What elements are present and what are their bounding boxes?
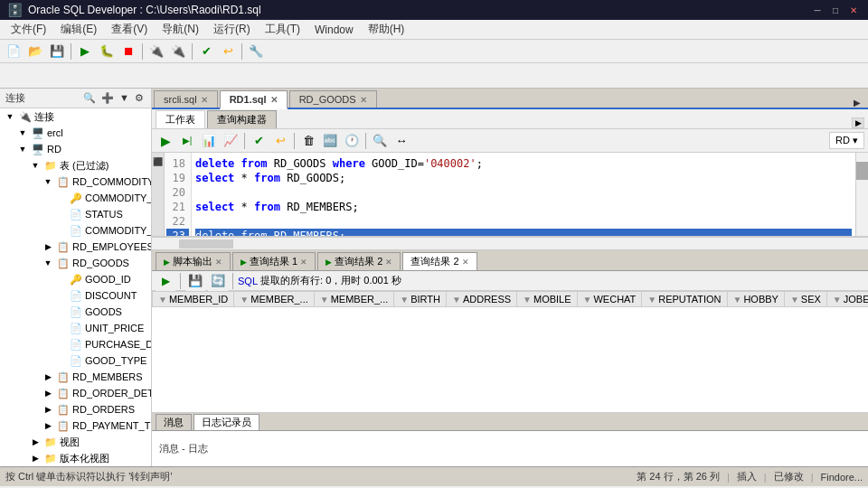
menu-item-edit[interactable]: 编辑(E) xyxy=(53,20,104,39)
menu-item-run[interactable]: 运行(R) xyxy=(206,20,258,39)
find-replace-btn[interactable]: ↔ xyxy=(392,131,411,151)
col-reputation[interactable]: ▼REPUTATION xyxy=(642,292,727,307)
tree-item-commodity_type_id[interactable]: 🔑COMMODITY_TYPE_ID xyxy=(0,190,151,206)
tree-expander-views[interactable]: ▶ xyxy=(29,436,42,448)
col-birth[interactable]: ▼BIRTH xyxy=(394,292,447,307)
tree-item-conn[interactable]: ▼🔌连接 xyxy=(0,108,151,125)
search-connections-icon[interactable]: 🔍 xyxy=(81,91,98,105)
tree-item-rd_commodity_types[interactable]: ▼📋RD_COMMODITY_TYPES xyxy=(0,174,151,190)
tree-item-rd_order_detailss[interactable]: ▶📋RD_ORDER_DETAILSS xyxy=(0,385,151,401)
tabs-scroll-btn[interactable]: ▶ xyxy=(848,98,866,108)
tree-expander-good_type[interactable] xyxy=(54,354,67,367)
tab-close-srcli_sql[interactable]: ✕ xyxy=(201,95,208,105)
col-hobby[interactable]: ▼HOBBY xyxy=(727,292,784,307)
menu-item-file[interactable]: 文件(F) xyxy=(4,20,53,39)
tree-item-views[interactable]: ▶📁视图 xyxy=(0,434,151,450)
col-member____[interactable]: ▼MEMBER_... xyxy=(234,292,314,307)
find-btn[interactable]: 🔍 xyxy=(370,131,390,151)
rollback-button[interactable]: ↩ xyxy=(218,42,238,61)
tree-expander-conn[interactable]: ▼ xyxy=(4,110,16,123)
tab-close-rd_goods[interactable]: ✕ xyxy=(360,95,367,105)
tree-expander-unit_price[interactable] xyxy=(54,322,67,334)
tree-expander-tables[interactable]: ▼ xyxy=(29,159,42,172)
hscrollbar-thumb[interactable] xyxy=(179,239,233,249)
code-editor[interactable]: delete from RD_GOODS where GOOD_ID='0400… xyxy=(192,153,855,236)
result-tab-close-query1[interactable]: ✕ xyxy=(300,258,307,267)
save-button[interactable]: 💾 xyxy=(47,42,67,61)
tree-expander-commodity_type[interactable] xyxy=(54,224,67,237)
tree-expander-rd_members[interactable]: ▶ xyxy=(42,371,54,383)
tree-expander-rd_commodity_types[interactable]: ▼ xyxy=(42,175,54,188)
run-button[interactable]: ▶ xyxy=(75,42,95,61)
tree-item-rd[interactable]: ▼🖥️RD xyxy=(0,141,151,157)
tree-expander-rd_orders[interactable]: ▶ xyxy=(42,403,54,416)
disconnect-button[interactable]: 🔌 xyxy=(168,42,188,61)
editor-vscrollbar[interactable] xyxy=(855,153,868,236)
stop-button[interactable]: ⏹ xyxy=(118,42,138,61)
tree-expander-commodity_type_id[interactable] xyxy=(54,192,67,204)
tree-item-status[interactable]: 📄STATUS xyxy=(0,206,151,222)
tree-item-ercl[interactable]: ▼🖥️ercl xyxy=(0,125,151,141)
tree-item-goods[interactable]: 📄GOODS xyxy=(0,304,151,320)
tab-rd_goods[interactable]: RD_GOODS✕ xyxy=(289,90,377,108)
autotrace-btn[interactable]: 📈 xyxy=(221,131,241,151)
tree-item-tables[interactable]: ▼📁表 (已过滤) xyxy=(0,157,151,174)
tree-expander-goods[interactable] xyxy=(54,305,67,318)
tree-item-rd_members[interactable]: ▶📋RD_MEMBERS xyxy=(0,369,151,385)
result-refresh-btn[interactable]: 🔄 xyxy=(208,271,228,291)
run-sql-btn[interactable]: ▶| xyxy=(177,131,197,151)
tree-item-rd_payment_types[interactable]: ▶📋RD_PAYMENT_TYPES xyxy=(0,418,151,434)
tree-expander-ercl[interactable]: ▼ xyxy=(16,127,29,139)
tab-close-rd1_sql[interactable]: ✕ xyxy=(270,95,278,105)
menu-item-tools[interactable]: 工具(T) xyxy=(258,20,307,39)
result-tab-query2[interactable]: ▶查询结果 2 ✕ xyxy=(317,252,401,270)
close-button[interactable]: ✕ xyxy=(846,3,861,17)
history-btn[interactable]: 🕐 xyxy=(342,131,362,151)
tree-item-rd_employees[interactable]: ▶📋RD_EMPLOYEES xyxy=(0,239,151,255)
connection-selector[interactable]: RD ▾ xyxy=(829,132,864,149)
menu-item-view[interactable]: 查看(V) xyxy=(104,20,155,39)
menu-item-window[interactable]: Window xyxy=(307,22,361,38)
result-tab-query1[interactable]: ▶查询结果 1 ✕ xyxy=(232,252,316,270)
debug-button[interactable]: 🐛 xyxy=(97,42,117,61)
maximize-button[interactable]: □ xyxy=(828,3,843,17)
result-run-btn[interactable]: ▶ xyxy=(156,271,175,291)
editor-collapse-handle[interactable]: ⬛ xyxy=(152,153,165,236)
col-sex[interactable]: ▼SEX xyxy=(784,292,826,307)
tree-item-rd_orders[interactable]: ▶📋RD_ORDERS xyxy=(0,401,151,418)
tree-expander-rd_order_detailss[interactable]: ▶ xyxy=(42,387,54,399)
col-jobe[interactable]: ▼JOBE xyxy=(826,292,868,307)
tree-expander-purchase_date[interactable] xyxy=(54,338,67,351)
result-tab-output[interactable]: ▶脚本输出 ✕ xyxy=(156,252,231,270)
connect-button[interactable]: 🔌 xyxy=(146,42,166,61)
col-member____[interactable]: ▼MEMBER_... xyxy=(314,292,393,307)
rollback-sql-btn[interactable]: ↩ xyxy=(270,131,290,151)
tab-work-area[interactable]: 工作表 xyxy=(156,110,205,128)
result-tab-close-query3[interactable]: ✕ xyxy=(462,258,469,267)
tree-expander-rd_payment_types[interactable]: ▶ xyxy=(42,419,54,432)
tree-expander-rd_employees[interactable]: ▶ xyxy=(42,240,54,253)
scrollbar-thumb[interactable] xyxy=(856,162,868,180)
result-tab-close-output[interactable]: ✕ xyxy=(215,258,222,267)
tree-item-good_type[interactable]: 📄GOOD_TYPE xyxy=(0,352,151,369)
msg-tab-log[interactable]: 日志记录员 xyxy=(193,414,259,430)
tree-expander-discount[interactable] xyxy=(54,289,67,302)
explain-plan-btn[interactable]: 📊 xyxy=(199,131,219,151)
tree-item-purchase_date[interactable]: 📄PURCHASE_DATE xyxy=(0,336,151,352)
tab-query-builder[interactable]: 查询构建器 xyxy=(207,110,277,128)
col-address[interactable]: ▼ADDRESS xyxy=(447,292,517,307)
tab-srcli_sql[interactable]: srcli.sql✕ xyxy=(154,90,218,108)
tree-expander-rd[interactable]: ▼ xyxy=(16,143,29,155)
col-mobile[interactable]: ▼MOBILE xyxy=(517,292,577,307)
col-member_id[interactable]: ▼MEMBER_ID xyxy=(153,292,234,307)
msg-tab-messages[interactable]: 消息 xyxy=(156,414,192,430)
tree-expander-status[interactable] xyxy=(54,208,67,221)
result-tab-close-query2[interactable]: ✕ xyxy=(385,258,392,267)
tree-item-discount[interactable]: 📄DISCOUNT xyxy=(0,287,151,304)
format-btn[interactable]: 🔤 xyxy=(320,131,340,151)
result-save-btn[interactable]: 💾 xyxy=(185,271,205,291)
tree-item-versioned_views[interactable]: ▶📁版本化视图 xyxy=(0,450,151,466)
filter-icon[interactable]: ▼ xyxy=(118,91,131,105)
tree-item-rd_goods[interactable]: ▼📋RD_GOODS xyxy=(0,255,151,271)
scroll-right-btn[interactable]: ▶ xyxy=(852,117,864,128)
